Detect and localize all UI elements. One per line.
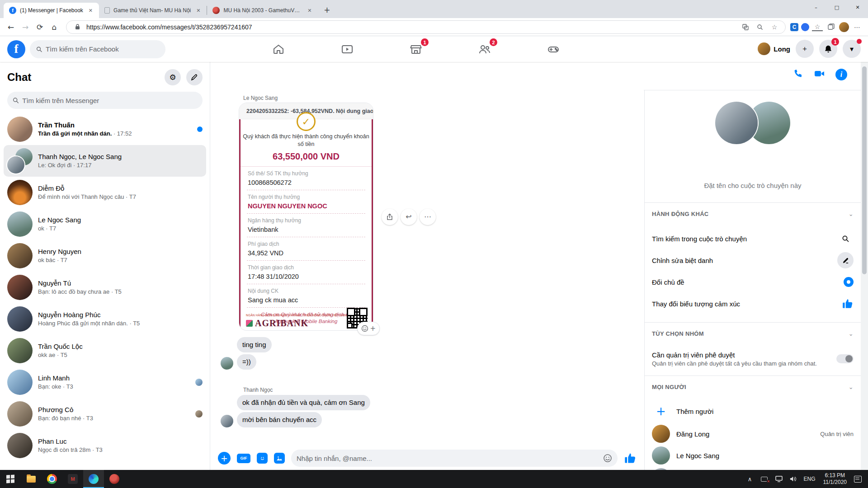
action-search-conversation[interactable]: Tìm kiếm trong cuộc trò chuyện [652, 228, 854, 249]
messenger-search[interactable] [7, 92, 203, 109]
receipt-image-message[interactable]: 2204205332252: -63,584,952VND. Nội dung … [239, 103, 373, 331]
action-edit-nicknames[interactable]: Chỉnh sửa biệt danh [652, 249, 854, 271]
chat-item-le-ngoc-sang[interactable]: Le Ngoc Sang okT7 [4, 208, 206, 240]
tab-close-icon[interactable]: ✕ [87, 7, 94, 14]
file-explorer-button[interactable] [21, 470, 42, 488]
close-button[interactable]: ✕ [847, 0, 868, 14]
section-group-options[interactable]: TÙY CHỌN NHÓM ⌄ [652, 330, 854, 337]
message-input-box[interactable] [291, 450, 618, 467]
language-indicator[interactable]: ENG [801, 470, 819, 488]
member-le-ngoc-sang[interactable]: Le Ngoc Sang [652, 445, 854, 466]
url-field[interactable]: https://www.facebook.com/messages/t/3528… [66, 20, 786, 34]
nav-home[interactable] [253, 36, 304, 62]
section-people[interactable]: MỌI NGƯỜI ⌄ [652, 384, 854, 390]
chrome-button[interactable] [42, 470, 62, 488]
network-status-icon[interactable] [757, 470, 772, 488]
facebook-search[interactable] [30, 40, 165, 58]
chat-item-nguyen-tu[interactable]: Nguyễn Tú Bạn: lô acc đồ bay chưa aeT5 [4, 272, 206, 303]
volume-icon[interactable] [786, 470, 801, 488]
chat-item-group-thanh-ngoc-sang[interactable]: Thanh Ngọc, Le Ngoc Sang Le: Ok đợi đi17… [4, 145, 206, 177]
conversation-info-button[interactable]: i [835, 69, 847, 80]
photo-button[interactable] [274, 453, 285, 464]
attach-button[interactable]: + [218, 452, 231, 465]
nav-watch[interactable] [322, 36, 373, 62]
chat-item-linh-manh[interactable]: Linh Manh Bạn: okeT3 [4, 366, 206, 398]
collections-icon[interactable] [826, 22, 836, 33]
set-conversation-name[interactable]: Đặt tên cho cuộc trò chuyện này [645, 182, 861, 189]
edge-button[interactable] [83, 470, 104, 488]
video-call-button[interactable] [814, 68, 826, 81]
admin-approval-toggle[interactable] [836, 354, 854, 363]
tray-expand-icon[interactable]: ∧ [743, 470, 757, 488]
groups-icon [478, 43, 491, 56]
translate-icon[interactable] [740, 22, 751, 33]
voice-call-button[interactable] [793, 68, 804, 81]
message-input[interactable] [297, 455, 603, 462]
message-bubble[interactable]: mời bên bán chuyển acc [237, 412, 322, 427]
notifications-button[interactable]: 1 [819, 40, 837, 58]
minimize-button[interactable]: – [806, 0, 826, 14]
gif-button[interactable]: GIF [237, 454, 250, 463]
chat-item-henry-nguyen[interactable]: Henry Nguyen ok bácT7 [4, 240, 206, 272]
facebook-search-input[interactable] [46, 45, 159, 53]
browser-tab-mu-hanoi[interactable]: MU Hà Nội 2003 - GamethuVN.n ✕ [207, 3, 318, 18]
section-other-actions[interactable]: HÀNH ĐỘNG KHÁC ⌄ [652, 211, 854, 217]
sticker-button[interactable] [257, 453, 268, 464]
message-bubble[interactable]: =)) [237, 354, 256, 370]
add-person-button[interactable]: + Thêm người [652, 401, 854, 421]
browser-tab-game-forum[interactable]: Game thủ Việt Nam- MU Hà Nội ✕ [99, 3, 207, 18]
chat-settings-button[interactable]: ⚙ [165, 69, 181, 85]
nav-marketplace[interactable]: 1 [391, 36, 441, 62]
new-message-button[interactable] [186, 69, 203, 85]
messenger-search-input[interactable] [22, 97, 197, 104]
forward-button[interactable] [382, 209, 398, 225]
zoom-icon[interactable] [755, 22, 765, 33]
taskbar-clock[interactable]: 6:13 PM 11/1/2020 [819, 472, 852, 486]
refresh-button[interactable]: ⟳ [33, 20, 47, 34]
message-bubble[interactable]: ting ting [237, 337, 272, 352]
home-button[interactable]: ⌂ [47, 20, 61, 34]
chat-item-nguyen-hoang-phuc[interactable]: Nguyễn Hoàng Phúc Hoàng Phúc đã gửi một … [4, 303, 206, 335]
add-reaction-button[interactable]: + [357, 322, 380, 335]
chat-preview: Bạn: đó bạn nhéT3 [38, 414, 192, 422]
emoji-picker-icon[interactable] [603, 454, 612, 463]
chat-item-phan-luc[interactable]: Phan Luc Ngọc đi còn trả 28mT3 [4, 430, 206, 461]
back-button[interactable]: ← [4, 20, 18, 34]
maximize-button[interactable]: □ [826, 0, 847, 14]
new-tab-button[interactable]: + [321, 4, 333, 16]
mu-game-button[interactable] [104, 470, 125, 488]
account-menu-button[interactable]: ▾ [843, 40, 861, 58]
create-button[interactable]: ＋ [796, 40, 814, 58]
chat-item-phuong-co[interactable]: Phương Cỏ Bạn: đó bạn nhéT3 [4, 398, 206, 430]
browser-tab-messenger[interactable]: f (1) Messenger | Facebook ✕ [4, 3, 99, 18]
action-center-icon[interactable] [854, 476, 862, 483]
profile-chip[interactable]: Long [758, 42, 790, 55]
tab-close-icon[interactable]: ✕ [194, 7, 202, 14]
nav-gaming[interactable] [528, 36, 579, 62]
tab-close-icon[interactable]: ✕ [306, 7, 313, 14]
action-change-emoji[interactable]: Thay đổi biểu tượng cảm xúc [652, 293, 854, 314]
member-dang-long[interactable]: Đăng Long Quản trị viên [652, 423, 854, 445]
extension-dot-icon[interactable] [801, 23, 809, 31]
display-icon[interactable] [772, 470, 786, 488]
facebook-logo[interactable]: f [7, 40, 25, 58]
browser-profile-avatar[interactable] [839, 22, 849, 32]
reply-button[interactable]: ↩ [401, 209, 417, 225]
nav-groups[interactable]: 2 [459, 36, 510, 62]
page-scrollbar[interactable] [861, 62, 868, 470]
game-launcher-button[interactable]: M [62, 470, 83, 488]
like-button[interactable] [624, 452, 637, 465]
browser-menu-icon[interactable]: ⋯ [852, 22, 863, 33]
start-button[interactable] [0, 470, 21, 488]
chat-item-tran-quoc-loc[interactable]: Trần Quốc Lộc okk aeT5 [4, 335, 206, 366]
forward-button[interactable]: → [18, 20, 33, 34]
message-bubble[interactable]: ok đã nhận đủ tiền và quà, cảm ơn Sang [237, 395, 370, 410]
chat-preview: Hoàng Phúc đã gửi một nhãn dán.T5 [38, 319, 203, 328]
more-options-button[interactable]: ⋯ [420, 209, 436, 225]
chat-item-tran-thuan[interactable]: Trần Thuấn Trần đã gửi một nhãn dán.17:5… [4, 113, 206, 145]
extension-c-icon[interactable]: C [790, 23, 798, 31]
action-change-theme[interactable]: Đổi chủ đề [652, 271, 854, 293]
chat-item-diem-do[interactable]: Diễm Đỗ Để mình nói với Thanh Ngọc câuT7 [4, 177, 206, 208]
favorites-bar-icon[interactable]: ☆ [812, 23, 823, 31]
favorite-star-icon[interactable]: ☆ [769, 22, 780, 33]
